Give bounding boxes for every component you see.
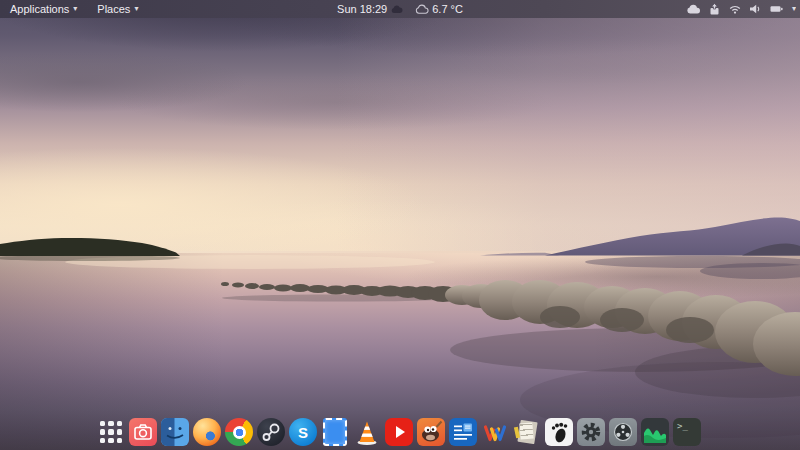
dock-item-mail[interactable] — [321, 418, 349, 446]
cloud-icon — [416, 5, 428, 14]
dock-item-documents[interactable] — [449, 418, 477, 446]
cloud-icon — [687, 5, 700, 14]
dock-item-media-reel[interactable] — [609, 418, 637, 446]
app-grid-icon — [97, 418, 125, 446]
terminal-icon: >_ — [673, 418, 701, 446]
dock-item-gnome[interactable] — [545, 418, 573, 446]
dock-item-show-applications[interactable] — [97, 418, 125, 446]
files-face-icon — [161, 418, 189, 446]
terminal-prompt-glyph: >_ — [677, 421, 688, 431]
document-list-icon — [449, 418, 477, 446]
paper-stack-icon — [513, 418, 541, 446]
youtube-play-icon — [385, 418, 413, 446]
chrome-icon — [225, 418, 253, 446]
chevron-down-icon: ▾ — [792, 5, 796, 13]
camera-icon — [129, 418, 157, 446]
desktop: Applications ▾ Places ▾ Sun 18:29 6.7 °C — [0, 0, 800, 450]
dock-item-wps-office[interactable] — [481, 418, 509, 446]
gear-icon — [577, 418, 605, 446]
dock-item-steam[interactable] — [257, 418, 285, 446]
gimp-wilber-icon — [417, 418, 445, 446]
wifi-icon — [729, 4, 741, 14]
dock-item-youtube[interactable] — [385, 418, 413, 446]
battery-icon — [770, 5, 783, 13]
dock-item-chrome[interactable] — [225, 418, 253, 446]
places-menu[interactable]: Places ▾ — [87, 0, 148, 18]
temperature-label: 6.7 °C — [432, 3, 463, 15]
weather-indicator[interactable]: 6.7 °C — [416, 3, 463, 15]
applications-menu[interactable]: Applications ▾ — [0, 0, 87, 18]
dock-item-camera[interactable] — [129, 418, 157, 446]
clock-label: Sun 18:29 — [337, 3, 387, 15]
dock-item-skype[interactable]: S — [289, 418, 317, 446]
dock-item-file-manager[interactable] — [161, 418, 189, 446]
dock-item-terminal[interactable]: >_ — [673, 418, 701, 446]
chevron-down-icon: ▾ — [134, 5, 138, 13]
clock-button[interactable]: Sun 18:29 — [337, 3, 402, 15]
moon-cloud-icon — [391, 4, 402, 14]
vlc-cone-icon — [353, 418, 381, 446]
places-label: Places — [97, 3, 130, 15]
clock-weather-group: Sun 18:29 6.7 °C — [337, 0, 463, 18]
green-graph-icon — [641, 418, 669, 446]
top-bar: Applications ▾ Places ▾ Sun 18:29 6.7 °C — [0, 0, 800, 18]
applications-label: Applications — [10, 3, 69, 15]
system-tray[interactable]: ▾ — [687, 0, 796, 18]
reel-icon — [609, 418, 637, 446]
gnome-foot-icon — [545, 418, 573, 446]
dock-item-settings[interactable] — [577, 418, 605, 446]
chevron-down-icon: ▾ — [73, 5, 77, 13]
dock-item-vlc[interactable] — [353, 418, 381, 446]
dock: S — [97, 418, 701, 446]
wallpaper-sky — [0, 0, 800, 256]
wps-w-icon — [481, 418, 509, 446]
upload-box-icon — [709, 4, 720, 15]
dock-item-firefox[interactable] — [193, 418, 221, 446]
skype-icon: S — [289, 418, 317, 446]
skype-s-glyph: S — [298, 424, 308, 441]
stamp-icon — [323, 418, 347, 446]
steam-icon — [257, 418, 285, 446]
dock-item-system-monitor[interactable] — [641, 418, 669, 446]
firefox-icon — [193, 418, 221, 446]
volume-icon — [750, 4, 761, 14]
dock-item-notes[interactable] — [513, 418, 541, 446]
dock-item-gimp[interactable] — [417, 418, 445, 446]
